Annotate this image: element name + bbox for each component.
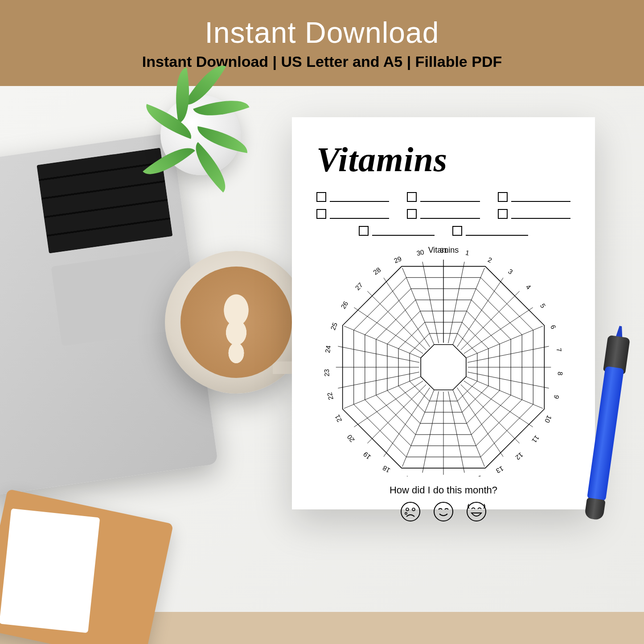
svg-text:28: 28 <box>372 266 382 276</box>
excited-face-icon[interactable] <box>466 501 487 522</box>
svg-point-67 <box>412 508 415 511</box>
checkbox-icon[interactable] <box>498 209 508 219</box>
svg-line-14 <box>453 390 484 467</box>
coffee-cup-prop <box>165 251 308 394</box>
svg-text:22: 22 <box>325 392 335 401</box>
svg-text:21: 21 <box>333 414 344 423</box>
svg-text:12: 12 <box>514 451 525 462</box>
sad-face-icon[interactable] <box>400 501 421 522</box>
svg-text:2: 2 <box>487 256 493 264</box>
svg-text:20: 20 <box>345 433 356 444</box>
legend-item[interactable] <box>359 226 435 236</box>
svg-text:27: 27 <box>353 281 364 292</box>
svg-line-27 <box>354 308 423 354</box>
svg-line-17 <box>422 391 439 473</box>
svg-text:26: 26 <box>339 300 349 310</box>
svg-line-18 <box>402 390 434 467</box>
legend-item[interactable] <box>452 226 528 236</box>
svg-text:24: 24 <box>324 345 332 353</box>
svg-line-11 <box>464 381 533 427</box>
svg-text:10: 10 <box>543 414 554 424</box>
svg-text:1: 1 <box>465 249 470 257</box>
svg-line-5 <box>464 308 533 354</box>
svg-line-10 <box>466 377 543 408</box>
octagon-tracker: 1234567891011121314151617181920212223242… <box>316 245 570 476</box>
svg-line-26 <box>344 326 421 358</box>
month-prompt: How did I do this month? <box>316 484 570 496</box>
svg-text:29: 29 <box>393 254 402 264</box>
svg-line-22 <box>344 377 421 408</box>
plant-prop <box>125 59 276 211</box>
svg-line-13 <box>457 388 504 457</box>
svg-line-25 <box>338 346 419 362</box>
svg-point-68 <box>405 513 407 514</box>
svg-line-29 <box>384 278 430 347</box>
legend-item[interactable] <box>407 192 480 202</box>
legend-item[interactable] <box>498 192 570 202</box>
svg-line-19 <box>384 388 430 457</box>
checkbox-icon[interactable] <box>498 192 508 202</box>
svg-text:13: 13 <box>495 465 505 475</box>
promo-banner: Instant Download Instant Download | US L… <box>0 0 644 86</box>
svg-text:9: 9 <box>553 394 561 399</box>
svg-text:18: 18 <box>381 464 391 475</box>
svg-text:5: 5 <box>539 302 547 309</box>
svg-line-23 <box>338 372 419 388</box>
checkbox-icon[interactable] <box>316 209 326 219</box>
planner-page: Vitamins 1234567891011121314151617181920… <box>292 117 595 509</box>
svg-line-21 <box>354 381 423 427</box>
svg-point-70 <box>467 502 486 521</box>
svg-point-69 <box>434 502 453 521</box>
svg-line-9 <box>468 372 549 388</box>
svg-text:23: 23 <box>323 369 331 377</box>
page-title: Vitamins <box>316 139 570 180</box>
svg-text:17: 17 <box>403 474 413 476</box>
svg-text:3: 3 <box>507 267 514 276</box>
legend-item[interactable] <box>316 209 389 219</box>
svg-text:11: 11 <box>530 434 541 445</box>
svg-line-3 <box>457 278 504 347</box>
svg-text:19: 19 <box>361 451 372 461</box>
svg-text:6: 6 <box>549 324 558 330</box>
checkbox-icon[interactable] <box>407 209 417 219</box>
svg-text:30: 30 <box>416 248 425 257</box>
checkbox-icon[interactable] <box>452 226 462 236</box>
svg-line-15 <box>448 391 464 473</box>
checkbox-icon[interactable] <box>407 192 417 202</box>
svg-point-66 <box>406 508 409 511</box>
vitamin-legend <box>316 192 570 236</box>
svg-line-7 <box>468 346 549 362</box>
notebook-prop <box>0 489 173 644</box>
svg-line-30 <box>402 268 434 345</box>
svg-text:8: 8 <box>556 372 564 376</box>
banner-title: Instant Download <box>205 16 439 49</box>
checkbox-icon[interactable] <box>359 226 369 236</box>
svg-line-31 <box>422 262 439 343</box>
svg-text:Vitamins: Vitamins <box>428 246 459 254</box>
product-mockup-scene: Vitamins 1234567891011121314151617181920… <box>0 86 644 612</box>
svg-text:25: 25 <box>329 321 339 331</box>
legend-item[interactable] <box>407 209 480 219</box>
svg-line-6 <box>466 326 543 358</box>
svg-line-1 <box>448 262 464 343</box>
svg-point-65 <box>401 502 420 521</box>
svg-text:14: 14 <box>473 474 483 476</box>
mood-faces <box>316 501 570 522</box>
svg-text:7: 7 <box>555 348 563 353</box>
happy-face-icon[interactable] <box>433 501 454 522</box>
checkbox-icon[interactable] <box>316 192 326 202</box>
svg-line-2 <box>453 268 484 345</box>
legend-item[interactable] <box>498 209 570 219</box>
legend-item[interactable] <box>316 192 389 202</box>
svg-text:4: 4 <box>525 283 533 291</box>
